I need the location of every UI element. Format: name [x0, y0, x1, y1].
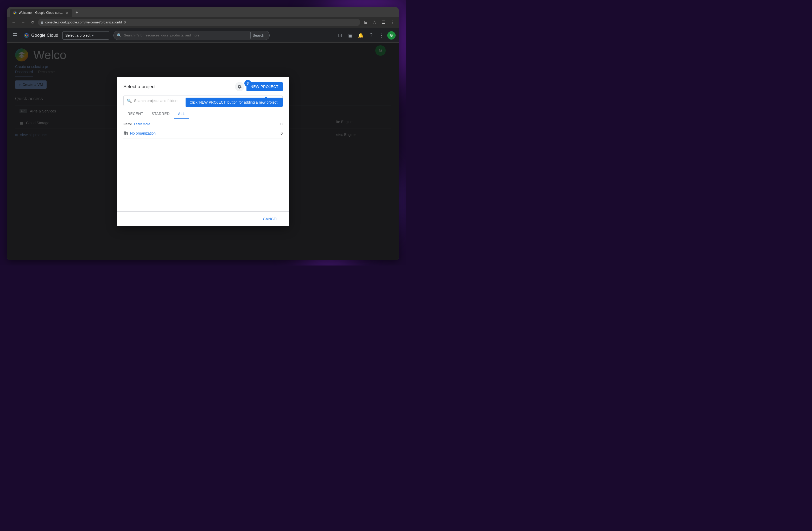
row-name-cell: No organization: [124, 131, 156, 135]
browser-window: Welcome – Google Cloud con... ✕ + ← → ↻ …: [7, 7, 399, 260]
hamburger-menu[interactable]: ☰: [11, 30, 19, 41]
refresh-button[interactable]: ↻: [29, 18, 37, 26]
col-name-header: Name: [124, 122, 132, 126]
new-project-wrapper: 3 NEW PROJECT Click 'NEW PROJECT' button…: [246, 82, 282, 91]
help-button[interactable]: ?: [366, 31, 376, 40]
dialog-footer: CANCEL: [117, 211, 289, 226]
cloud-shell-button[interactable]: ▣: [346, 31, 355, 40]
help-console-button[interactable]: ⊡: [335, 31, 345, 40]
tab-starred[interactable]: STARRED: [148, 109, 174, 119]
nav-bar: ← → ↻ console.cloud.google.com/welcome?o…: [7, 17, 399, 28]
gcp-header: ☰ Google Cloud Select a project ▾ 🔍 Sear…: [7, 28, 399, 43]
tab-favicon: [13, 11, 17, 15]
search-icon: 🔍: [117, 33, 122, 38]
tab-recent[interactable]: RECENT: [124, 109, 148, 119]
notifications-button[interactable]: 🔔: [356, 31, 365, 40]
lock-icon: [41, 21, 44, 24]
settings-button[interactable]: ⋮: [377, 31, 386, 40]
search-icon: 🔍: [127, 98, 132, 103]
row-id-value: 0: [280, 131, 282, 135]
main-content: Welco Create or select a pr Dashboard Re…: [7, 43, 399, 260]
tab-all[interactable]: ALL: [174, 109, 189, 119]
global-search-bar[interactable]: 🔍 Search: [114, 31, 270, 40]
back-button[interactable]: ←: [10, 18, 18, 26]
new-project-button[interactable]: NEW PROJECT: [246, 82, 282, 91]
translate-button[interactable]: ⊞: [362, 18, 369, 26]
tab-title: Welcome – Google Cloud con...: [19, 11, 63, 15]
dialog-header-actions: 3 NEW PROJECT Click 'NEW PROJECT' button…: [235, 82, 282, 91]
step-badge: 3: [244, 80, 251, 87]
header-icon-group: ⊡ ▣ 🔔 ? ⋮ G: [335, 31, 395, 40]
manage-resources-button[interactable]: [235, 82, 244, 91]
col-id-header: ID: [279, 122, 282, 126]
dialog-header: Select a project 3 NEW PROJECT Click 'NE…: [117, 77, 289, 91]
chevron-down-icon: ▾: [92, 33, 94, 38]
no-organization-link[interactable]: No organization: [130, 131, 156, 135]
tab-bar: Welcome – Google Cloud con... ✕ +: [7, 7, 399, 17]
active-tab[interactable]: Welcome – Google Cloud con... ✕: [10, 9, 72, 17]
svg-point-0: [13, 11, 16, 14]
learn-more-link[interactable]: Learn more: [134, 122, 150, 126]
bookmark-button[interactable]: ☆: [371, 18, 378, 26]
dialog-empty-space: [117, 139, 289, 211]
new-tab-button[interactable]: +: [73, 9, 81, 16]
project-selector-label: Select a project: [65, 33, 90, 38]
menu-button[interactable]: ⋮: [388, 18, 396, 26]
forward-button[interactable]: →: [19, 18, 27, 26]
table-row[interactable]: No organization 0: [124, 128, 282, 139]
tab-close-button[interactable]: ✕: [65, 11, 69, 15]
table-header: Name Learn more ID: [124, 119, 282, 128]
project-tabs: RECENT STARRED ALL: [117, 109, 289, 119]
search-submit-button[interactable]: Search: [250, 32, 266, 39]
select-project-dialog: Select a project 3 NEW PROJECT Click 'NE…: [117, 77, 289, 226]
cancel-button[interactable]: CANCEL: [259, 215, 282, 223]
browser-nav-right: ⊞ ☆ ☰ ⋮: [362, 18, 396, 26]
organization-icon: [124, 131, 128, 135]
manage-icon: [237, 84, 242, 89]
reading-mode-button[interactable]: ☰: [379, 18, 387, 26]
global-search-input[interactable]: [124, 33, 248, 37]
project-table: Name Learn more ID No organization 0: [117, 119, 289, 139]
dialog-title: Select a project: [124, 84, 156, 89]
google-cloud-logo: Google Cloud: [24, 32, 58, 39]
new-project-tooltip: Click 'NEW PROJECT' button for adding a …: [186, 98, 282, 107]
url-text: console.cloud.google.com/welcome?organiz…: [45, 20, 358, 24]
gcp-logo-icon: [24, 32, 30, 39]
project-selector[interactable]: Select a project ▾: [62, 31, 109, 40]
avatar[interactable]: G: [387, 31, 395, 40]
address-bar[interactable]: console.cloud.google.com/welcome?organiz…: [38, 19, 360, 26]
logo-text: Google Cloud: [31, 33, 58, 38]
